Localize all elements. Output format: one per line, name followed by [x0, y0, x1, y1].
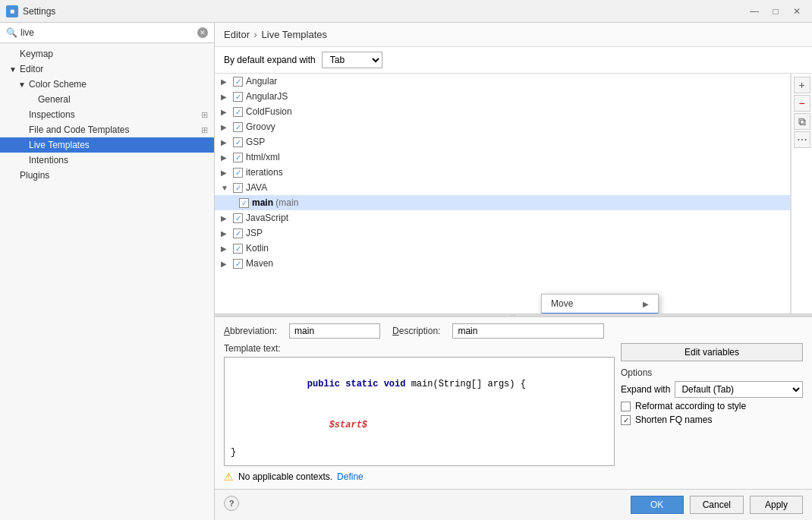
help-button[interactable]: ?: [224, 496, 239, 511]
context-menu: Move ▶ Change context... ⧉ Copy Ctrl+C 📋…: [541, 294, 659, 314]
edit-variables-button[interactable]: Edit variables: [621, 343, 803, 361]
cancel-button[interactable]: Cancel: [690, 496, 744, 514]
fields-row: Abbreviation: Description:: [224, 323, 803, 339]
sidebar-item-label: File and Code Templates: [29, 124, 130, 135]
child-checkbox-main[interactable]: [239, 198, 249, 208]
sidebar-item-general[interactable]: General: [0, 92, 214, 107]
group-arrow-icon: ▶: [221, 169, 230, 177]
code-line-2: $start$: [231, 405, 608, 446]
context-menu-change-context[interactable]: Change context...: [542, 313, 658, 314]
group-angularjs[interactable]: ▶ AngularJS: [215, 89, 790, 104]
remove-template-button[interactable]: −: [794, 95, 810, 112]
group-checkbox-kotlin[interactable]: [233, 244, 243, 254]
add-template-button[interactable]: +: [794, 77, 810, 93]
options-panel: Edit variables Options Expand with Defau…: [621, 343, 803, 483]
maximize-button[interactable]: □: [766, 4, 785, 19]
group-checkbox-maven[interactable]: [233, 259, 243, 269]
group-checkbox-iterations[interactable]: [233, 168, 243, 178]
window-controls: — □ ✕: [745, 4, 806, 19]
apply-button[interactable]: Apply: [750, 496, 803, 514]
expand-with-options-row: Expand with Default (Tab) Tab Enter Spac…: [621, 381, 803, 398]
code-line-3: }: [231, 446, 608, 459]
copy-template-button[interactable]: ⧉: [794, 113, 810, 130]
group-iterations[interactable]: ▶ iterations: [215, 165, 790, 180]
group-html-xml[interactable]: ▶ html/xml: [215, 150, 790, 165]
group-checkbox-angular[interactable]: [233, 77, 243, 87]
expand-with-select[interactable]: Tab Enter Space: [322, 52, 382, 68]
sidebar-item-label: Keymap: [20, 49, 53, 59]
page-title: Live Templates: [262, 29, 327, 40]
shorten-row: Shorten FQ names: [621, 414, 803, 425]
group-name: JSP: [246, 228, 263, 238]
dialog-footer: ? OK Cancel Apply: [215, 489, 812, 520]
group-checkbox-groovy[interactable]: [233, 122, 243, 132]
group-kotlin[interactable]: ▶ Kotlin: [215, 241, 790, 256]
group-name: html/xml: [246, 152, 280, 162]
group-javascript[interactable]: ▶ JavaScript: [215, 210, 790, 225]
search-icon: 🔍: [6, 27, 17, 38]
define-link[interactable]: Define: [337, 471, 364, 482]
breadcrumb: Editor › Live Templates: [224, 29, 327, 40]
context-menu-move[interactable]: Move ▶: [542, 295, 658, 313]
group-checkbox-jsp[interactable]: [233, 228, 243, 238]
group-checkbox-coldfusion[interactable]: [233, 107, 243, 117]
sidebar-item-inspections[interactable]: Inspections ⊞: [0, 107, 214, 122]
options-expand-select[interactable]: Default (Tab) Tab Enter Space: [675, 381, 803, 398]
breadcrumb-separator: ›: [254, 29, 260, 40]
breadcrumb-editor: Editor: [224, 29, 250, 40]
group-jsp[interactable]: ▶ JSP: [215, 225, 790, 241]
templates-list: ▶ Angular ▶ AngularJS ▶ ColdFusion: [215, 74, 791, 314]
template-text-area[interactable]: public static void main(String[] args) {…: [224, 357, 615, 466]
sidebar-item-live-templates[interactable]: Live Templates: [0, 137, 214, 153]
group-checkbox-javascript[interactable]: [233, 213, 243, 223]
dialog-body: 🔍 ✕ Keymap ▼ Editor ▼ Color Scheme Gener…: [0, 23, 812, 520]
shorten-label: Shorten FQ names: [635, 414, 712, 425]
group-name: Angular: [246, 76, 277, 87]
group-arrow-icon: ▶: [221, 123, 230, 131]
options-template-button[interactable]: ⋯: [794, 131, 810, 148]
sidebar-item-intentions[interactable]: Intentions: [0, 153, 214, 168]
group-maven[interactable]: ▶ Maven: [215, 256, 790, 271]
group-name: Groovy: [246, 121, 275, 132]
ok-button[interactable]: OK: [631, 496, 684, 514]
reformat-checkbox[interactable]: [621, 402, 631, 411]
minimize-button[interactable]: —: [745, 4, 763, 19]
group-checkbox-java[interactable]: [233, 183, 243, 193]
group-gsp[interactable]: ▶ GSP: [215, 134, 790, 150]
sidebar-item-label: Editor: [20, 64, 43, 74]
description-input[interactable]: [452, 323, 604, 339]
group-groovy[interactable]: ▶ Groovy: [215, 119, 790, 134]
search-box: 🔍 ✕: [0, 23, 214, 43]
sidebar-item-keymap[interactable]: Keymap: [0, 46, 214, 61]
search-input[interactable]: [20, 27, 197, 38]
group-checkbox-gsp[interactable]: [233, 137, 243, 147]
sidebar-item-plugins[interactable]: Plugins: [0, 168, 214, 183]
code-line-1: public static void main(String[] args) {: [231, 364, 608, 405]
abbreviation-input[interactable]: [289, 323, 380, 339]
template-main[interactable]: main (main: [215, 195, 790, 210]
sidebar-item-editor[interactable]: ▼ Editor: [0, 61, 214, 77]
shorten-checkbox[interactable]: [621, 415, 631, 425]
expand-with-bar: By default expand with Tab Enter Space: [215, 47, 812, 74]
app-icon-text: ■: [10, 7, 14, 15]
app-icon: ■: [6, 5, 18, 17]
group-name: AngularJS: [246, 91, 288, 102]
group-angular[interactable]: ▶ Angular: [215, 74, 790, 89]
group-name: GSP: [246, 137, 265, 147]
group-checkbox-html-xml[interactable]: [233, 153, 243, 162]
context-menu-arrow-icon: ▶: [643, 300, 649, 308]
group-java[interactable]: ▼ JAVA: [215, 180, 790, 195]
group-checkbox-angularjs[interactable]: [233, 92, 243, 102]
group-arrow-icon: ▶: [221, 138, 230, 147]
group-name: JAVA: [246, 182, 267, 193]
group-arrow-icon: ▶: [221, 77, 230, 86]
description-label: Description:: [392, 326, 440, 336]
search-clear-button[interactable]: ✕: [197, 27, 208, 38]
sidebar-item-color-scheme[interactable]: ▼ Color Scheme: [0, 77, 214, 92]
sidebar-item-file-code-templates[interactable]: File and Code Templates ⊞: [0, 122, 214, 137]
group-coldfusion[interactable]: ▶ ColdFusion: [215, 104, 790, 119]
group-name: iterations: [246, 167, 283, 178]
inspections-icon: ⊞: [201, 110, 208, 120]
arrow-icon: ▼: [18, 80, 26, 89]
close-button[interactable]: ✕: [788, 4, 806, 19]
